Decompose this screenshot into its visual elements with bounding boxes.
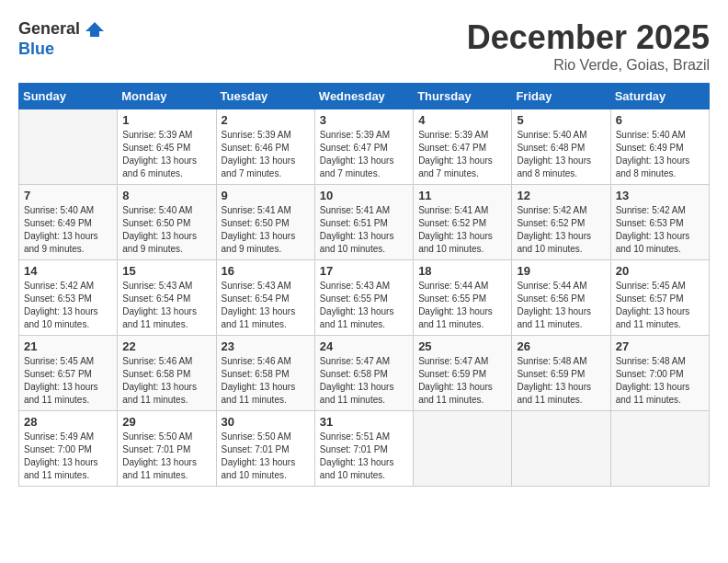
day-number: 24 xyxy=(320,339,408,353)
calendar-cell: 29Sunrise: 5:50 AMSunset: 7:01 PMDayligh… xyxy=(118,411,216,487)
day-number: 30 xyxy=(222,415,310,429)
calendar-cell: 1Sunrise: 5:39 AMSunset: 6:45 PMDaylight… xyxy=(118,109,216,185)
calendar-cell xyxy=(610,411,709,487)
day-info: Sunrise: 5:39 AMSunset: 6:47 PMDaylight:… xyxy=(320,129,408,180)
calendar-cell: 7Sunrise: 5:40 AMSunset: 6:49 PMDaylight… xyxy=(19,185,118,260)
calendar-cell: 5Sunrise: 5:40 AMSunset: 6:48 PMDaylight… xyxy=(512,109,610,185)
day-number: 16 xyxy=(222,264,310,278)
calendar-cell: 16Sunrise: 5:43 AMSunset: 6:54 PMDayligh… xyxy=(216,260,314,336)
day-info: Sunrise: 5:49 AMSunset: 7:00 PMDaylight:… xyxy=(24,431,112,482)
day-number: 1 xyxy=(122,113,210,127)
day-info: Sunrise: 5:40 AMSunset: 6:50 PMDaylight:… xyxy=(122,204,210,256)
day-info: Sunrise: 5:41 AMSunset: 6:51 PMDaylight:… xyxy=(320,204,408,256)
calendar-cell: 2Sunrise: 5:39 AMSunset: 6:46 PMDaylight… xyxy=(216,109,314,185)
calendar-cell: 15Sunrise: 5:43 AMSunset: 6:54 PMDayligh… xyxy=(118,260,216,336)
calendar-cell: 9Sunrise: 5:41 AMSunset: 6:50 PMDaylight… xyxy=(216,185,314,260)
day-number: 4 xyxy=(418,113,506,127)
day-info: Sunrise: 5:39 AMSunset: 6:45 PMDaylight:… xyxy=(122,129,210,180)
day-number: 27 xyxy=(616,339,704,353)
calendar-cell: 22Sunrise: 5:46 AMSunset: 6:58 PMDayligh… xyxy=(118,336,216,411)
calendar-cell: 23Sunrise: 5:46 AMSunset: 6:58 PMDayligh… xyxy=(216,336,314,411)
day-info: Sunrise: 5:48 AMSunset: 7:00 PMDaylight:… xyxy=(616,355,704,407)
calendar-cell: 26Sunrise: 5:48 AMSunset: 6:59 PMDayligh… xyxy=(512,336,610,411)
day-info: Sunrise: 5:40 AMSunset: 6:49 PMDaylight:… xyxy=(616,129,704,180)
day-header-sunday: Sunday xyxy=(19,84,118,109)
day-header-monday: Monday xyxy=(118,84,216,109)
day-number: 9 xyxy=(222,189,310,202)
day-info: Sunrise: 5:43 AMSunset: 6:54 PMDaylight:… xyxy=(122,280,210,331)
calendar-cell: 17Sunrise: 5:43 AMSunset: 6:55 PMDayligh… xyxy=(314,260,413,336)
calendar-cell: 6Sunrise: 5:40 AMSunset: 6:49 PMDaylight… xyxy=(610,109,709,185)
day-info: Sunrise: 5:42 AMSunset: 6:53 PMDaylight:… xyxy=(24,280,112,331)
day-info: Sunrise: 5:46 AMSunset: 6:58 PMDaylight:… xyxy=(122,355,210,407)
logo: General Blue xyxy=(18,18,106,59)
logo-text: General Blue xyxy=(18,18,106,59)
calendar-cell: 3Sunrise: 5:39 AMSunset: 6:47 PMDaylight… xyxy=(314,109,413,185)
calendar-cell: 4Sunrise: 5:39 AMSunset: 6:47 PMDaylight… xyxy=(414,109,512,185)
day-number: 31 xyxy=(320,415,408,429)
day-info: Sunrise: 5:50 AMSunset: 7:01 PMDaylight:… xyxy=(122,431,210,482)
day-info: Sunrise: 5:41 AMSunset: 6:52 PMDaylight:… xyxy=(418,204,506,256)
day-number: 29 xyxy=(122,415,210,429)
day-info: Sunrise: 5:41 AMSunset: 6:50 PMDaylight:… xyxy=(222,204,310,256)
day-number: 26 xyxy=(517,339,605,353)
calendar-cell: 21Sunrise: 5:45 AMSunset: 6:57 PMDayligh… xyxy=(19,336,118,411)
calendar-cell xyxy=(414,411,512,487)
day-number: 28 xyxy=(24,415,112,429)
day-number: 12 xyxy=(517,189,605,202)
logo-icon xyxy=(84,18,106,40)
calendar-table: SundayMondayTuesdayWednesdayThursdayFrid… xyxy=(18,83,710,487)
page-header: General Blue December 2025 Rio Verde, Go… xyxy=(18,18,710,74)
calendar-cell: 31Sunrise: 5:51 AMSunset: 7:01 PMDayligh… xyxy=(314,411,413,487)
day-number: 3 xyxy=(320,113,408,127)
calendar-header-row: SundayMondayTuesdayWednesdayThursdayFrid… xyxy=(19,84,710,109)
day-info: Sunrise: 5:39 AMSunset: 6:46 PMDaylight:… xyxy=(222,129,310,180)
day-number: 6 xyxy=(616,113,704,127)
day-info: Sunrise: 5:44 AMSunset: 6:55 PMDaylight:… xyxy=(418,280,506,331)
day-info: Sunrise: 5:39 AMSunset: 6:47 PMDaylight:… xyxy=(418,129,506,180)
logo-blue: Blue xyxy=(18,40,106,59)
day-info: Sunrise: 5:43 AMSunset: 6:54 PMDaylight:… xyxy=(222,280,310,331)
location: Rio Verde, Goias, Brazil xyxy=(467,57,710,74)
day-number: 8 xyxy=(122,189,210,202)
day-header-thursday: Thursday xyxy=(414,84,512,109)
day-number: 23 xyxy=(222,339,310,353)
day-info: Sunrise: 5:40 AMSunset: 6:48 PMDaylight:… xyxy=(517,129,605,180)
day-number: 2 xyxy=(222,113,310,127)
calendar-week-row: 1Sunrise: 5:39 AMSunset: 6:45 PMDaylight… xyxy=(19,109,710,185)
day-info: Sunrise: 5:42 AMSunset: 6:52 PMDaylight:… xyxy=(517,204,605,256)
calendar-cell: 8Sunrise: 5:40 AMSunset: 6:50 PMDaylight… xyxy=(118,185,216,260)
calendar-cell: 10Sunrise: 5:41 AMSunset: 6:51 PMDayligh… xyxy=(314,185,413,260)
calendar-cell: 25Sunrise: 5:47 AMSunset: 6:59 PMDayligh… xyxy=(414,336,512,411)
day-info: Sunrise: 5:45 AMSunset: 6:57 PMDaylight:… xyxy=(616,280,704,331)
calendar-cell xyxy=(512,411,610,487)
day-number: 17 xyxy=(320,264,408,278)
calendar-cell: 18Sunrise: 5:44 AMSunset: 6:55 PMDayligh… xyxy=(414,260,512,336)
calendar-cell: 27Sunrise: 5:48 AMSunset: 7:00 PMDayligh… xyxy=(610,336,709,411)
day-info: Sunrise: 5:47 AMSunset: 6:58 PMDaylight:… xyxy=(320,355,408,407)
day-number: 25 xyxy=(418,339,506,353)
day-info: Sunrise: 5:51 AMSunset: 7:01 PMDaylight:… xyxy=(320,431,408,482)
day-number: 15 xyxy=(122,264,210,278)
calendar-cell: 13Sunrise: 5:42 AMSunset: 6:53 PMDayligh… xyxy=(610,185,709,260)
day-number: 14 xyxy=(24,264,112,278)
day-header-friday: Friday xyxy=(512,84,610,109)
day-info: Sunrise: 5:48 AMSunset: 6:59 PMDaylight:… xyxy=(517,355,605,407)
day-number: 20 xyxy=(616,264,704,278)
day-info: Sunrise: 5:46 AMSunset: 6:58 PMDaylight:… xyxy=(222,355,310,407)
day-number: 13 xyxy=(616,189,704,202)
calendar-cell: 20Sunrise: 5:45 AMSunset: 6:57 PMDayligh… xyxy=(610,260,709,336)
title-block: December 2025 Rio Verde, Goias, Brazil xyxy=(467,18,710,74)
logo-general: General xyxy=(18,20,80,39)
calendar-week-row: 14Sunrise: 5:42 AMSunset: 6:53 PMDayligh… xyxy=(19,260,710,336)
calendar-week-row: 28Sunrise: 5:49 AMSunset: 7:00 PMDayligh… xyxy=(19,411,710,487)
calendar-cell: 19Sunrise: 5:44 AMSunset: 6:56 PMDayligh… xyxy=(512,260,610,336)
svg-marker-0 xyxy=(85,22,104,37)
day-info: Sunrise: 5:44 AMSunset: 6:56 PMDaylight:… xyxy=(517,280,605,331)
day-info: Sunrise: 5:40 AMSunset: 6:49 PMDaylight:… xyxy=(24,204,112,256)
day-number: 22 xyxy=(122,339,210,353)
calendar-week-row: 21Sunrise: 5:45 AMSunset: 6:57 PMDayligh… xyxy=(19,336,710,411)
day-number: 18 xyxy=(418,264,506,278)
day-header-tuesday: Tuesday xyxy=(216,84,314,109)
calendar-cell: 11Sunrise: 5:41 AMSunset: 6:52 PMDayligh… xyxy=(414,185,512,260)
